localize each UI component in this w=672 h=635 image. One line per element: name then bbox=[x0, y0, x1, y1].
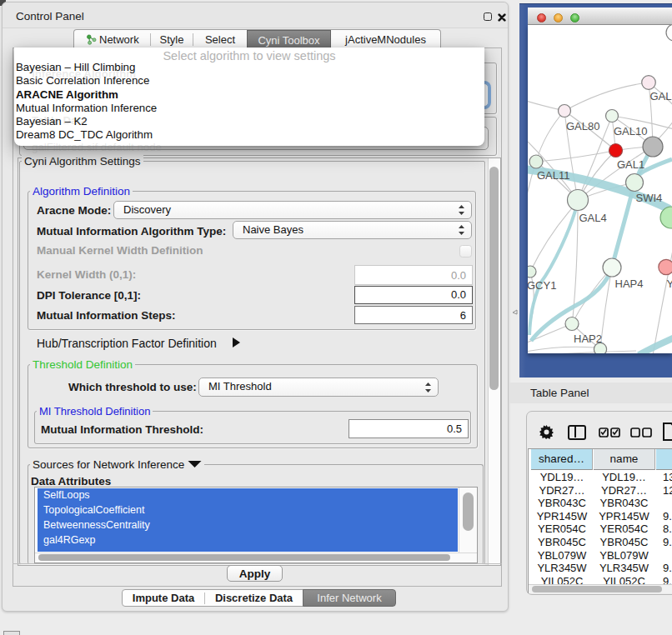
svg-text:GAL4: GAL4 bbox=[579, 212, 607, 224]
svg-text:HAP4: HAP4 bbox=[615, 278, 644, 290]
svg-text:GAL1: GAL1 bbox=[617, 158, 644, 171]
svg-text:GAL80: GAL80 bbox=[566, 120, 599, 132]
svg-text:GAL2: GAL2 bbox=[650, 90, 672, 102]
svg-text:GAL10: GAL10 bbox=[614, 125, 647, 138]
svg-text:GCY1: GCY1 bbox=[528, 279, 556, 292]
svg-text:SWI4: SWI4 bbox=[636, 192, 663, 204]
svg-text:YE: YE bbox=[667, 278, 672, 290]
svg-text:GAL11: GAL11 bbox=[537, 169, 570, 182]
svg-text:HAP2: HAP2 bbox=[574, 332, 602, 345]
